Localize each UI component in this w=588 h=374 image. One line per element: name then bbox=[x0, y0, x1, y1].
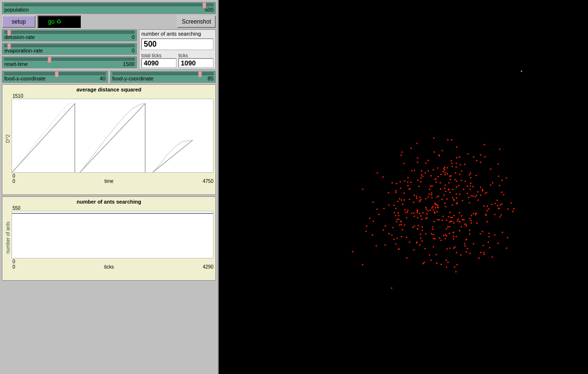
diffusion-slider-thumb[interactable] bbox=[7, 29, 11, 36]
evaporation-slider-track[interactable] bbox=[4, 44, 135, 47]
svg-line-8 bbox=[35, 141, 37, 144]
diffusion-value: 0 bbox=[132, 34, 135, 40]
screenshot-button[interactable]: Screenshot bbox=[177, 15, 216, 28]
food-x-slider-track[interactable] bbox=[4, 72, 106, 75]
svg-line-22 bbox=[70, 103, 72, 103]
population-slider-track[interactable] bbox=[4, 3, 213, 6]
chart2-xlabel: ticks bbox=[104, 264, 114, 270]
food-y-slider-track[interactable] bbox=[113, 72, 214, 75]
go-label: go bbox=[48, 18, 54, 25]
svg-line-29 bbox=[125, 109, 133, 116]
svg-line-12 bbox=[45, 129, 47, 131]
chart2-ymin: 0 bbox=[13, 259, 15, 264]
svg-line-10 bbox=[39, 134, 42, 138]
reset-time-slider-track[interactable] bbox=[4, 58, 135, 61]
chart1-svg bbox=[12, 99, 213, 172]
reset-time-value: 1500 bbox=[123, 61, 135, 67]
svg-line-16 bbox=[55, 116, 57, 119]
svg-line-18 bbox=[60, 110, 62, 113]
chart1-y-label: D^2 bbox=[4, 93, 12, 184]
food-coords-row: food-x-coordinate 40 food-y-coordinate 8… bbox=[2, 71, 216, 83]
svg-line-30 bbox=[133, 104, 140, 109]
chart2-svg bbox=[12, 211, 213, 258]
chart2-ymax: 550 bbox=[13, 206, 21, 211]
svg-line-11 bbox=[42, 131, 45, 134]
svg-line-17 bbox=[57, 114, 60, 116]
setup-button[interactable]: setup bbox=[2, 15, 36, 28]
left-panel: population 500 setup go ♻ Screenshot dif… bbox=[0, 0, 219, 374]
svg-line-0 bbox=[14, 167, 17, 170]
chart2-xmax: 4290 bbox=[203, 264, 213, 270]
svg-line-13 bbox=[47, 126, 50, 129]
chart1-container: average distance squared D^2 1510 bbox=[2, 84, 216, 195]
ant-canvas bbox=[219, 0, 588, 374]
svg-line-19 bbox=[63, 108, 65, 110]
food-y-slider-row: food-y-coordinate 85 bbox=[110, 71, 216, 83]
svg-line-7 bbox=[32, 144, 35, 147]
svg-line-25 bbox=[95, 143, 102, 153]
go-button[interactable]: go ♻ bbox=[38, 15, 81, 28]
svg-line-31 bbox=[140, 103, 144, 104]
evaporation-slider-row: evaporation-rate 0 bbox=[2, 43, 137, 55]
ants-searching-container: number of ants searching 500 total ticks… bbox=[139, 29, 216, 69]
ants-searching-label: number of ants searching bbox=[141, 31, 213, 37]
chart1-ymax: 1510 bbox=[13, 93, 23, 99]
svg-line-23 bbox=[81, 163, 88, 171]
svg-line-33 bbox=[160, 154, 168, 164]
chart2-xmin: 0 bbox=[13, 264, 15, 270]
chart2-y-label: number of ants bbox=[4, 206, 12, 270]
chart1-ymin: 0 bbox=[13, 173, 15, 179]
svg-line-27 bbox=[110, 124, 118, 134]
total-ticks-value: 4090 bbox=[144, 59, 159, 67]
reset-time-slider-row: reset-time 1500 bbox=[2, 56, 137, 68]
chart2-container: number of ants searching number of ants … bbox=[2, 196, 216, 281]
evaporation-value: 0 bbox=[132, 48, 135, 53]
button-row: setup go ♻ Screenshot bbox=[2, 15, 216, 28]
population-label: population bbox=[4, 7, 29, 13]
reset-time-label: reset-time bbox=[4, 61, 28, 67]
svg-line-1 bbox=[17, 164, 19, 167]
chart1-xmax: 4750 bbox=[203, 179, 213, 184]
svg-line-34 bbox=[168, 146, 175, 154]
food-y-label: food-y-coordinate bbox=[113, 76, 154, 81]
simulation-canvas bbox=[219, 0, 588, 374]
diffusion-slider-track[interactable] bbox=[4, 31, 135, 34]
svg-line-6 bbox=[30, 147, 32, 150]
reset-time-slider-thumb[interactable] bbox=[48, 56, 51, 63]
chart2-title: number of ants searching bbox=[4, 199, 213, 205]
recycle-icon: ♻ bbox=[56, 18, 62, 25]
svg-line-14 bbox=[50, 122, 52, 125]
row3: diffusion-rate 0 evaporation-rate 0 bbox=[2, 29, 216, 69]
chart1-title: average distance squared bbox=[4, 87, 213, 92]
food-y-value: 85 bbox=[208, 76, 213, 81]
svg-line-28 bbox=[117, 116, 125, 124]
ticks-value: 1090 bbox=[181, 59, 196, 67]
svg-line-36 bbox=[183, 141, 192, 142]
ants-searching-value: 500 bbox=[144, 40, 157, 48]
svg-line-15 bbox=[52, 119, 55, 122]
evaporation-slider-thumb[interactable] bbox=[7, 43, 11, 50]
svg-line-9 bbox=[37, 138, 39, 140]
diffusion-slider-row: diffusion-rate 0 bbox=[2, 29, 137, 41]
food-x-slider-row: food-x-coordinate 40 bbox=[2, 71, 108, 83]
food-x-label: food-x-coordinate bbox=[4, 76, 46, 81]
food-x-value: 40 bbox=[100, 76, 105, 81]
ticks-label: ticks bbox=[178, 53, 213, 58]
food-y-slider-thumb[interactable] bbox=[198, 71, 202, 77]
population-slider-thumb[interactable] bbox=[202, 2, 206, 9]
svg-line-21 bbox=[67, 103, 70, 105]
total-ticks-label: total ticks bbox=[141, 53, 176, 58]
food-x-slider-thumb[interactable] bbox=[55, 71, 59, 77]
svg-line-35 bbox=[175, 142, 183, 147]
chart1-xmin: 0 bbox=[13, 179, 15, 184]
svg-line-32 bbox=[154, 164, 161, 171]
svg-line-20 bbox=[65, 105, 67, 108]
population-slider-row: population 500 bbox=[2, 2, 216, 14]
chart1-xlabel: time bbox=[104, 179, 113, 184]
